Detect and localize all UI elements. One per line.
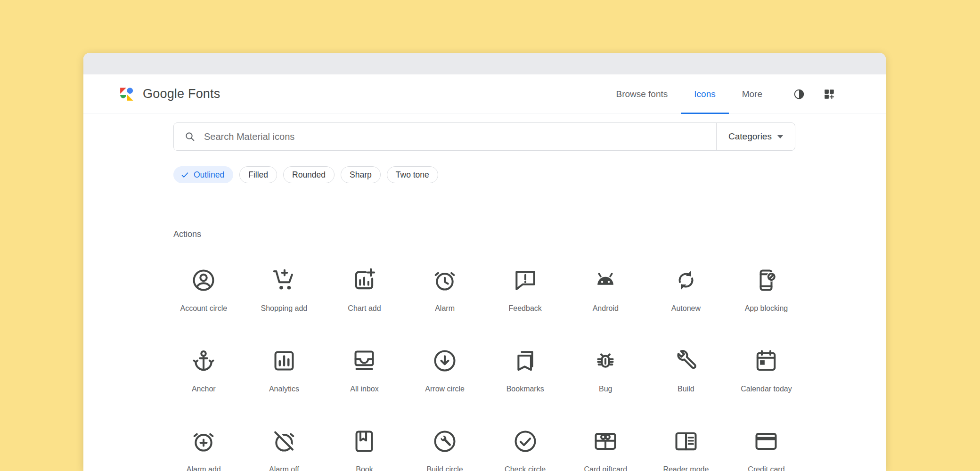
chip-label: Filled <box>248 170 268 180</box>
google-fonts-window: Google Fonts Browse fontsIconsMore <box>83 53 886 471</box>
page-background: { "header": { "brand": "Google Fonts", "… <box>0 0 980 471</box>
icon-label: Android <box>593 304 619 313</box>
icon-cell-bug[interactable]: Bug <box>565 348 646 429</box>
icon-cell-alarm-off[interactable]: Alarm off <box>244 429 325 471</box>
bug-icon <box>593 348 618 374</box>
book-icon <box>351 429 377 454</box>
search-input[interactable] <box>204 123 716 150</box>
chart-add-icon <box>351 268 377 293</box>
icon-cell-anchor[interactable]: Anchor <box>163 348 244 429</box>
icon-cell-credit-card[interactable]: Credit card <box>726 429 807 471</box>
icon-label: Build circle <box>426 465 463 471</box>
icon-cell-alarm[interactable]: Alarm <box>405 268 485 348</box>
dark-theme-toggle-button[interactable] <box>788 83 810 106</box>
feedback-icon <box>513 268 538 293</box>
chip-label: Sharp <box>350 170 372 180</box>
icon-cell-arrow-circle-down[interactable]: Arrow circle <box>405 348 485 429</box>
account-circle-icon <box>191 268 216 293</box>
categories-label: Categories <box>728 131 772 142</box>
icon-cell-card-giftcard[interactable]: Card giftcard <box>565 429 646 471</box>
icon-label: Feedback <box>509 304 542 313</box>
dashboard-customize-icon <box>823 88 835 100</box>
icon-label: Analytics <box>269 385 299 393</box>
customize-view-button[interactable] <box>818 83 841 106</box>
filter-chip-filled[interactable]: Filled <box>239 166 277 183</box>
brand-title: Google Fonts <box>143 87 220 101</box>
icon-cell-build-circle[interactable]: Build circle <box>405 429 485 471</box>
app-blocking-icon <box>753 268 779 293</box>
icon-cell-alarm-add[interactable]: Alarm add <box>163 429 244 471</box>
autorenew-icon <box>673 268 699 293</box>
anchor-icon <box>191 348 216 374</box>
icon-label: Chart add <box>348 304 381 313</box>
header-actions <box>788 74 841 114</box>
alarm-off-icon <box>271 429 297 454</box>
chip-label: Outlined <box>194 170 224 180</box>
android-icon <box>593 268 618 293</box>
icon-cell-app-blocking[interactable]: App blocking <box>726 268 807 348</box>
build-circle-icon <box>432 429 457 454</box>
nav-tab-browse-fonts[interactable]: Browse fonts <box>603 74 681 114</box>
section-title: Actions <box>173 229 886 239</box>
icon-cell-chart-add[interactable]: Chart add <box>324 268 405 348</box>
icon-cell-autorenew[interactable]: Autonew <box>646 268 727 348</box>
icon-label: Arrow circle <box>425 385 465 393</box>
icon-cell-calendar-today[interactable]: Calendar today <box>726 348 807 429</box>
google-fonts-home-link[interactable]: Google Fonts <box>119 74 220 114</box>
icon-label: Alarm add <box>187 465 221 471</box>
icon-cell-feedback[interactable]: Feedback <box>485 268 565 348</box>
reader-mode-icon <box>673 429 699 454</box>
icon-label: Calendar today <box>741 385 792 393</box>
site-header: Google Fonts Browse fontsIconsMore <box>83 74 886 114</box>
icon-cell-bookmarks[interactable]: Bookmarks <box>485 348 565 429</box>
icon-cell-build[interactable]: Build <box>646 348 727 429</box>
contrast-icon <box>793 88 805 100</box>
categories-dropdown[interactable]: Categories <box>717 123 795 150</box>
icon-label: App blocking <box>745 304 788 313</box>
icon-label: Autonew <box>671 304 701 313</box>
icon-label: Card giftcard <box>584 465 627 471</box>
icon-cell-check-circle[interactable]: Check circle <box>485 429 565 471</box>
icon-cell-book[interactable]: Book <box>324 429 405 471</box>
check-icon <box>180 171 189 179</box>
icon-label: Shopping add <box>261 304 308 313</box>
icon-label: Anchor <box>192 385 216 393</box>
icon-cell-android[interactable]: Android <box>565 268 646 348</box>
icon-label: Bookmarks <box>506 385 544 393</box>
google-fonts-logo-icon <box>119 87 136 102</box>
build-icon <box>673 348 699 374</box>
alarm-add-icon <box>191 429 216 454</box>
chip-label: Rounded <box>292 170 326 180</box>
nav-tab-icons[interactable]: Icons <box>681 74 728 114</box>
icon-cell-analytics[interactable]: Analytics <box>244 348 325 429</box>
icon-cell-all-inbox[interactable]: All inbox <box>324 348 405 429</box>
filter-chip-rounded[interactable]: Rounded <box>283 166 335 183</box>
icon-label: Alarm off <box>269 465 299 471</box>
credit-card-icon <box>753 429 779 454</box>
main-nav: Browse fontsIconsMore <box>603 74 776 114</box>
card-giftcard-icon <box>593 429 618 454</box>
filter-chip-outlined[interactable]: Outlined <box>173 166 233 183</box>
bookmarks-icon <box>513 348 538 374</box>
icon-label: Credit card <box>748 465 784 471</box>
icon-label: Book <box>356 465 373 471</box>
chevron-down-icon <box>777 135 783 138</box>
alarm-icon <box>432 268 457 293</box>
icon-cell-account-circle[interactable]: Account circle <box>163 268 244 348</box>
calendar-today-icon <box>753 348 779 374</box>
icon-label: Alarm <box>435 304 455 313</box>
search-bar: Categories <box>173 122 795 151</box>
all-inbox-icon <box>351 348 377 374</box>
icon-label: All inbox <box>350 385 378 393</box>
icon-label: Account circle <box>180 304 228 313</box>
nav-tab-more[interactable]: More <box>729 74 776 114</box>
filter-chip-two-tone[interactable]: Two tone <box>387 166 438 183</box>
page-content: Categories OutlinedFilledRoundedSharpTwo… <box>83 122 886 471</box>
chip-label: Two tone <box>396 170 429 180</box>
icon-cell-reader-mode[interactable]: Reader mode <box>646 429 727 471</box>
icon-label: Check circle <box>505 465 546 471</box>
icon-grid: Account circleShopping addChart addAlarm… <box>163 268 886 471</box>
arrow-circle-down-icon <box>432 348 457 374</box>
icon-cell-shopping-add[interactable]: Shopping add <box>244 268 325 348</box>
filter-chip-sharp[interactable]: Sharp <box>341 166 381 183</box>
